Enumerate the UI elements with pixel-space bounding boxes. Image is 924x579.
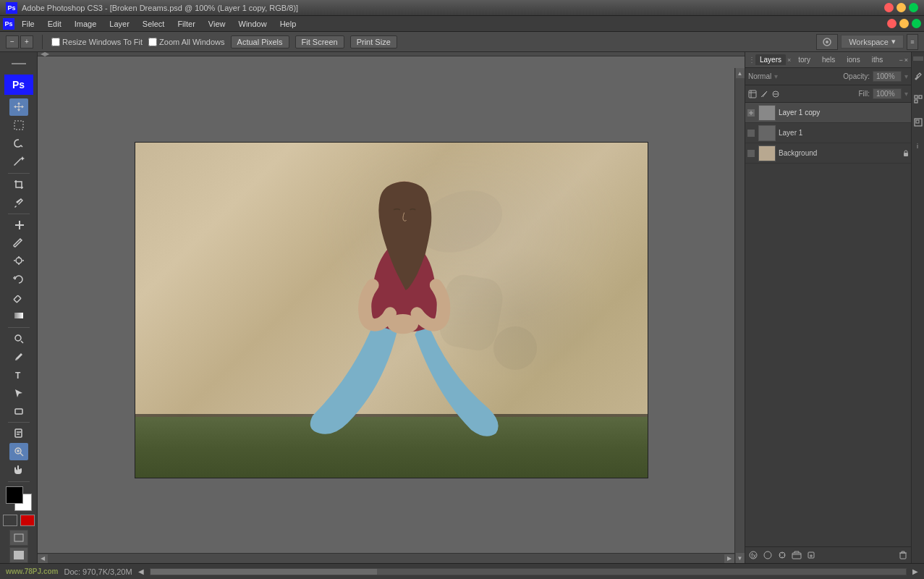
scroll-indicator[interactable]	[150, 568, 907, 575]
new-layer-btn[interactable]	[806, 550, 816, 560]
eraser-tool[interactable]	[9, 289, 28, 306]
menu-view[interactable]: View	[203, 18, 232, 30]
menu-select[interactable]: Select	[137, 18, 171, 30]
panel-close-btn[interactable]: ×	[904, 56, 908, 64]
fill-label: Fill:	[858, 90, 870, 98]
tools-icon[interactable]	[913, 67, 923, 85]
menu-image[interactable]: Image	[69, 18, 103, 30]
scroll-right-btn[interactable]: ▶	[724, 554, 734, 563]
adjustment-layer-btn[interactable]	[777, 550, 787, 560]
title-maximize[interactable]	[912, 19, 921, 28]
title-close[interactable]	[887, 19, 897, 28]
layers-bottom-bar: fx	[745, 546, 911, 563]
actions-tab[interactable]: ions	[842, 54, 864, 65]
fill-value[interactable]: 100%	[873, 88, 902, 99]
zoom-plus-btn[interactable]: +	[20, 35, 33, 48]
horizontal-scrollbar[interactable]: ◀ ▶	[38, 553, 734, 563]
panel-minimize-btn[interactable]: −	[899, 56, 902, 64]
menu-help[interactable]: Help	[274, 18, 302, 30]
magic-wand-tool[interactable]	[9, 153, 28, 170]
svg-rect-5	[14, 313, 23, 318]
ps-menu-icon: Ps	[3, 18, 14, 30]
dodge-tool[interactable]	[9, 329, 28, 347]
zoom-minus-btn[interactable]: −	[6, 35, 19, 48]
layer-thumb-2	[758, 125, 776, 141]
hand-tool[interactable]	[9, 461, 28, 478]
menu-filter[interactable]: Filter	[171, 18, 200, 30]
navigator-icon[interactable]	[913, 113, 923, 132]
presets-icon[interactable]	[913, 90, 923, 109]
zoom-all-checkbox[interactable]	[148, 38, 157, 46]
layers-tab[interactable]: Layers	[755, 54, 786, 65]
close-button[interactable]	[884, 3, 894, 12]
layer-thumb-bg	[758, 145, 776, 161]
delete-layer-btn[interactable]	[898, 550, 908, 560]
workspace-button[interactable]: Workspace ▾	[841, 35, 904, 48]
shape-tool[interactable]	[9, 402, 28, 420]
status-arrow-right[interactable]: ▶	[912, 567, 918, 575]
layer-style-btn[interactable]: fx	[748, 550, 758, 560]
fit-screen-btn[interactable]: Fit Screen	[295, 35, 344, 48]
doc-info: Doc: 970,7K/3,20M	[64, 567, 132, 576]
layer-item-1[interactable]: Layer 1 copy	[745, 103, 911, 123]
text-tool[interactable]: T	[9, 366, 28, 384]
scroll-down-btn[interactable]: ▼	[736, 553, 745, 563]
resize-windows-label[interactable]: Resize Windows To Fit	[51, 38, 143, 46]
zoom-controls: − +	[6, 35, 33, 48]
path-select-tool[interactable]	[9, 384, 28, 402]
minimize-button[interactable]	[897, 3, 906, 12]
channels-tab[interactable]: hels	[818, 54, 839, 65]
vertical-scrollbar[interactable]: ▲ ▼	[734, 68, 745, 563]
pen-tool[interactable]	[9, 348, 28, 365]
scroll-left-btn[interactable]: ◀	[38, 554, 48, 563]
fullscreen-icon[interactable]	[9, 547, 28, 563]
layer-group-btn[interactable]	[792, 550, 802, 560]
scroll-up-btn[interactable]: ▲	[736, 68, 745, 78]
status-arrow-left[interactable]: ◀	[138, 567, 144, 575]
actual-pixels-btn[interactable]: Actual Pixels	[231, 35, 289, 48]
panel-collapse-btn[interactable]: ≡	[907, 34, 918, 50]
brush-options-icon[interactable]	[816, 34, 838, 50]
color-swatches[interactable]	[6, 486, 32, 510]
crop-tool[interactable]	[9, 175, 28, 193]
quick-mask-mode[interactable]	[20, 515, 35, 526]
history-tab[interactable]: tory	[794, 54, 815, 65]
title-minimize[interactable]	[899, 19, 909, 28]
svg-rect-10	[15, 429, 22, 437]
healing-tool[interactable]	[9, 216, 28, 234]
extra-icons	[9, 530, 28, 563]
standard-mode[interactable]	[3, 515, 17, 526]
layers-tab-close[interactable]: ×	[787, 56, 791, 64]
print-size-btn[interactable]: Print Size	[350, 35, 397, 48]
zoom-tool[interactable]	[9, 443, 28, 460]
info-icon[interactable]: i	[913, 136, 923, 155]
clone-tool[interactable]	[9, 253, 28, 270]
move-tool[interactable]	[9, 98, 28, 116]
history-brush-tool[interactable]	[9, 271, 28, 288]
menu-file[interactable]: File	[16, 18, 41, 30]
zoom-all-label[interactable]: Zoom All Windows	[148, 38, 224, 46]
layer-item-background[interactable]: Background	[745, 143, 911, 164]
menu-edit[interactable]: Edit	[42, 18, 67, 30]
layer-item-2[interactable]: Layer 1	[745, 123, 911, 143]
layer-mask-btn[interactable]	[763, 550, 773, 560]
maximize-button[interactable]	[909, 3, 918, 12]
marquee-tool[interactable]	[9, 117, 28, 134]
svg-rect-18	[14, 551, 24, 559]
svg-point-1	[826, 41, 828, 43]
opacity-value[interactable]: 100%	[873, 71, 902, 82]
lasso-tool[interactable]	[9, 135, 28, 152]
paths-tab[interactable]: iths	[868, 54, 888, 65]
toolbar: Ps	[0, 52, 38, 563]
screen-mode-icon[interactable]	[9, 530, 28, 546]
resize-windows-checkbox[interactable]	[51, 38, 60, 46]
brush-tool[interactable]	[9, 234, 28, 252]
gradient-tool[interactable]	[9, 307, 28, 324]
eyedropper-tool[interactable]	[9, 194, 28, 211]
menu-layer[interactable]: Layer	[103, 18, 135, 30]
layer-thumb-1	[758, 105, 776, 121]
notes-tool[interactable]	[9, 425, 28, 442]
foreground-color[interactable]	[6, 486, 23, 504]
menu-window[interactable]: Window	[233, 18, 273, 30]
svg-rect-22	[749, 90, 756, 98]
